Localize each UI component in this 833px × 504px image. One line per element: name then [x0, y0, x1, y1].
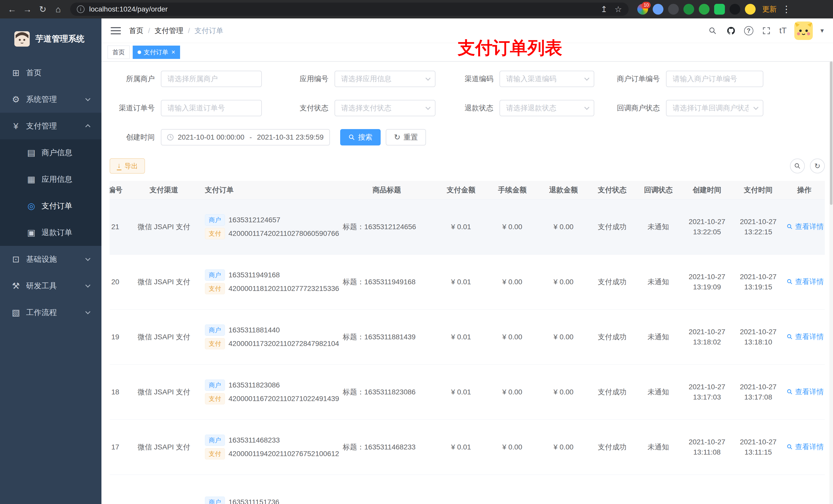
sidebar-item-merchant-info[interactable]: ▤ 商户信息 — [0, 139, 101, 166]
cell-fee: ¥ 0.00 — [487, 309, 538, 364]
user-avatar[interactable] — [794, 22, 813, 40]
browser-update-button[interactable]: 更新 — [762, 4, 777, 14]
channel-code-select[interactable] — [499, 71, 594, 87]
extension-icon[interactable] — [684, 4, 694, 15]
browser-forward-icon[interactable]: → — [21, 2, 34, 16]
sidebar-item-label: 系统管理 — [26, 94, 57, 105]
bookmark-star-icon[interactable]: ☆ — [615, 4, 622, 14]
search-button[interactable]: 搜索 — [340, 129, 381, 145]
sidebar-item-infrastructure[interactable]: ⊡ 基础设施 — [0, 246, 101, 272]
app-title: 芋道管理系统 — [35, 33, 85, 45]
chevron-down-icon — [85, 283, 90, 288]
yen-icon: ¥ — [10, 121, 22, 131]
sidebar-item-refund-order[interactable]: ▣ 退款订单 — [0, 219, 101, 246]
app-select[interactable] — [335, 71, 435, 87]
sidebar-item-label: 基础设施 — [26, 254, 57, 265]
cell-notify_status: 未通知 — [635, 364, 681, 419]
view-detail-link[interactable]: 查看详情 — [786, 277, 824, 287]
view-detail-link[interactable]: 查看详情 — [786, 332, 824, 342]
font-size-icon[interactable]: tT — [780, 26, 787, 35]
breadcrumb-pay-manage[interactable]: 支付管理 — [155, 26, 184, 35]
pay-status-select[interactable] — [335, 100, 435, 116]
notify-status-select[interactable] — [666, 100, 763, 116]
breadcrumb-home[interactable]: 首页 — [129, 26, 143, 35]
sidebar-item-devtools[interactable]: ⚒ 研发工具 — [0, 272, 101, 299]
sidebar-item-payment[interactable]: ¥ 支付管理 — [0, 113, 101, 139]
help-icon[interactable]: ? — [744, 26, 753, 35]
cell-channel: 微信 JSAPI 支付 — [133, 309, 195, 364]
order-number: 1635311468233 — [229, 436, 280, 444]
scrollbar-thumb[interactable] — [830, 62, 832, 205]
order-tag: 支付 — [205, 393, 225, 404]
tab-home[interactable]: 首页 — [108, 46, 129, 59]
order-number: 1635311151736 — [229, 498, 279, 504]
refresh-list-button[interactable]: ↻ — [810, 159, 825, 173]
url-text[interactable]: localhost:1024/pay/order — [89, 5, 594, 13]
cell-amount — [435, 475, 487, 504]
filter-field-refund-status: 退款状态 — [458, 100, 594, 116]
cell-id: 18 — [110, 364, 133, 419]
chevron-down-icon — [85, 256, 90, 261]
search-icon[interactable] — [707, 25, 718, 36]
cell-refund: ¥ 0.00 — [538, 419, 589, 475]
filter-field-channel-order-no: 渠道订单号 — [110, 100, 262, 116]
sidebar-item-label: 首页 — [26, 68, 42, 78]
sidebar-item-pay-order[interactable]: ◎ 支付订单 — [0, 193, 101, 219]
browser-reload-icon[interactable]: ↻ — [36, 2, 50, 16]
cell-pay_status: 支付成功 — [589, 309, 635, 364]
active-tab-dot — [138, 50, 141, 54]
filter-field-create-time: 创建时间 2021-10-01 00:00:00 - 2021-10-31 23… — [110, 129, 330, 145]
site-info-icon[interactable]: i — [77, 5, 85, 13]
chevron-down-icon[interactable]: ▾ — [820, 27, 824, 34]
github-icon[interactable] — [726, 25, 736, 36]
toggle-search-button[interactable] — [790, 159, 805, 173]
date-separator: - — [249, 133, 252, 141]
view-detail-link[interactable]: 查看详情 — [786, 222, 824, 232]
browser-back-icon[interactable]: ← — [5, 2, 19, 16]
export-button[interactable]: ↓ 导出 — [110, 158, 145, 174]
cell-amount: ¥ 0.01 — [435, 364, 487, 419]
browser-menu-icon[interactable]: ⋮ — [782, 4, 791, 15]
channel-order-no-input[interactable] — [161, 100, 262, 116]
column-header-pay_time: 支付时间 — [733, 181, 784, 199]
cell-create_time: 2021-10-2713:11:08 — [681, 419, 733, 475]
sidebar-item-home[interactable]: ⊞ 首页 — [0, 59, 101, 86]
cell-create_time: 2021-10-2713:19:09 — [681, 254, 733, 309]
merchant-input[interactable] — [161, 71, 262, 87]
tab-pay-order[interactable]: 支付订单 × — [133, 46, 180, 59]
extension-icon[interactable] — [637, 4, 648, 15]
profile-avatar-icon[interactable] — [745, 4, 756, 15]
browser-home-icon[interactable]: ⌂ — [51, 2, 65, 16]
extension-icon[interactable] — [699, 4, 710, 15]
share-icon[interactable]: ↥ — [601, 4, 608, 14]
reset-button[interactable]: ↻ 重置 — [386, 129, 426, 145]
address-bar[interactable]: i localhost:1024/pay/order ↥ ☆ — [70, 3, 628, 16]
cell-channel — [133, 475, 195, 504]
filter-field-pay-status: 支付状态 — [293, 100, 435, 116]
order-number: 1635312124657 — [229, 216, 280, 224]
payment-submenu: ▤ 商户信息 ▦ 应用信息 ◎ 支付订单 ▣ 退款订单 — [0, 139, 101, 246]
date-range-input[interactable]: 2021-10-01 00:00:00 - 2021-10-31 23:59:5… — [161, 129, 330, 145]
extension-icon[interactable] — [668, 4, 679, 15]
view-detail-link[interactable]: 查看详情 — [786, 387, 824, 397]
extension-icon[interactable] — [653, 4, 663, 15]
cell-pay_order: 商户1635311468233支付42000011942021102767521… — [195, 419, 338, 475]
cell-channel: 微信 JSAPI 支付 — [133, 364, 195, 419]
fullscreen-icon[interactable] — [761, 25, 772, 36]
cell-pay_time: 2021-10-2713:11:15 — [733, 419, 784, 475]
view-detail-link[interactable]: 查看详情 — [786, 442, 824, 452]
refund-status-select[interactable] — [499, 100, 594, 116]
merchant-order-no-input[interactable] — [666, 71, 763, 87]
extension-icon[interactable] — [714, 4, 725, 15]
sidebar-item-app-info[interactable]: ▦ 应用信息 — [0, 166, 101, 193]
order-tag: 商户 — [205, 214, 225, 225]
sidebar-item-system[interactable]: ⚙ 系统管理 — [0, 86, 101, 113]
extension-icon[interactable] — [730, 4, 740, 15]
tab-close-icon[interactable]: × — [171, 48, 175, 56]
sidebar-item-workflow[interactable]: ▧ 工作流程 — [0, 299, 101, 326]
hamburger-icon[interactable] — [111, 27, 121, 34]
cell-create_time: 2021-10-2713:18:02 — [681, 309, 733, 364]
column-header-title: 商品标题 — [338, 181, 435, 199]
vertical-scrollbar[interactable] — [829, 62, 833, 504]
search-icon — [348, 134, 355, 141]
